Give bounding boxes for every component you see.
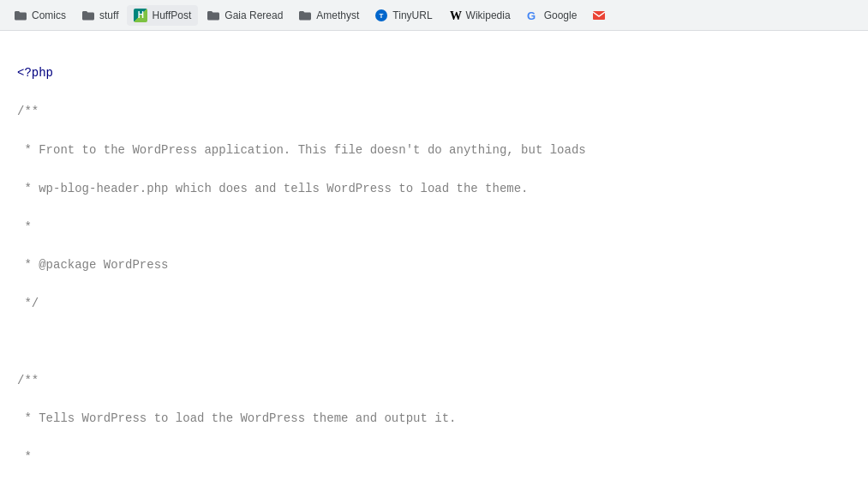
bookmark-amethyst-label: Amethyst (316, 9, 359, 21)
folder-icon-amethyst (298, 9, 312, 22)
bookmark-wikipedia[interactable]: W Wikipedia (441, 5, 518, 26)
code-line-6: * @package WordPress (17, 255, 851, 274)
bookmark-gaia-label: Gaia Reread (224, 9, 283, 21)
bookmark-huffpost-label: HuffPost (152, 9, 191, 21)
svg-rect-4 (593, 11, 605, 20)
code-line-4: * wp-blog-header.php which does and tell… (17, 179, 851, 198)
bookmark-stuff[interactable]: stuff (75, 5, 125, 26)
bookmark-tinyurl[interactable]: T TinyURL (368, 5, 439, 26)
code-line-7: */ (17, 294, 851, 313)
tinyurl-icon: T (374, 9, 388, 22)
code-line-10: * Tells WordPress to load the WordPress … (17, 409, 851, 428)
code-line-2: /** (17, 102, 851, 121)
gmail-icon (592, 9, 606, 22)
folder-icon-gaia (207, 9, 220, 22)
svg-text:W: W (450, 9, 462, 22)
huffpost-icon: H (134, 9, 147, 22)
code-line-1: <?php (17, 63, 851, 82)
folder-icon-stuff (81, 9, 95, 22)
bookmark-wikipedia-label: Wikipedia (466, 9, 511, 21)
code-editor: <?php /** * Front to the WordPress appli… (0, 31, 868, 480)
bookmark-comics[interactable]: Comics (7, 5, 73, 26)
bookmark-tinyurl-label: TinyURL (392, 9, 432, 21)
bookmarks-bar: Comics stuff H HuffPost Gaia Reread (0, 0, 868, 31)
code-line-3: * Front to the WordPress application. Th… (17, 141, 851, 159)
bookmark-gaia-reread[interactable]: Gaia Reread (200, 5, 290, 26)
code-line-8 (17, 333, 851, 351)
code-line-11: * (17, 447, 851, 466)
bookmark-stuff-label: stuff (99, 9, 118, 21)
svg-text:T: T (380, 12, 384, 20)
bookmark-gmail[interactable] (585, 5, 613, 26)
bookmark-amethyst[interactable]: Amethyst (291, 5, 366, 26)
svg-text:G: G (527, 9, 536, 22)
bookmark-google[interactable]: G Google (519, 5, 584, 26)
wikipedia-icon: W (448, 9, 462, 22)
code-line-5: * (17, 218, 851, 237)
google-icon: G (526, 9, 540, 22)
bookmark-huffpost[interactable]: H HuffPost (127, 5, 198, 26)
bookmark-comics-label: Comics (32, 9, 66, 21)
code-line-9: /** (17, 371, 851, 390)
folder-icon (14, 9, 27, 22)
bookmark-google-label: Google (544, 9, 578, 21)
